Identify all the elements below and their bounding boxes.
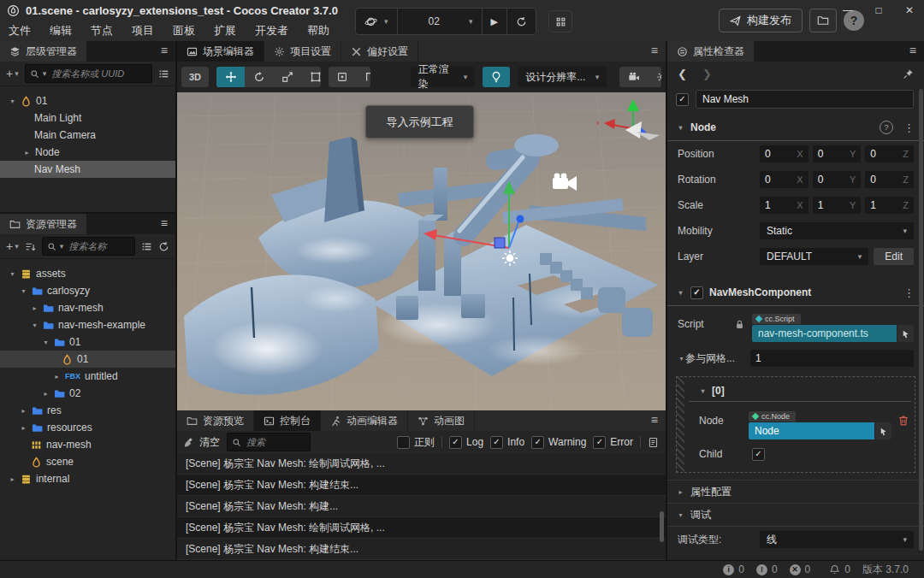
inspector-scrollbar[interactable] (919, 89, 923, 551)
console-scrollbar[interactable] (660, 511, 664, 542)
chevron-down-icon[interactable]: ▾ (20, 287, 27, 295)
asset-row-nav-mesh-folder[interactable]: ▸ nav-mesh (0, 299, 175, 316)
menu-edit[interactable]: 编辑 (50, 23, 72, 38)
menu-help[interactable]: 帮助 (307, 23, 329, 38)
console-search-input[interactable] (245, 436, 305, 448)
asset-row-internal[interactable]: ▸ internal (0, 470, 175, 487)
coordinate-mode-button[interactable] (357, 67, 370, 87)
add-asset-button[interactable]: +▾ (6, 239, 19, 253)
node-active-checkbox[interactable]: ✓ (676, 93, 689, 106)
menu-file[interactable]: 文件 (9, 23, 31, 38)
asset-row-carlosyzy[interactable]: ▾ carlosyzy (0, 282, 175, 299)
tab-project-settings[interactable]: 项目设置 (264, 41, 341, 62)
regex-filter[interactable]: 正则 (397, 435, 435, 450)
sort-assets-button[interactable] (25, 241, 36, 252)
build-publish-button[interactable]: 构建发布 (719, 9, 803, 32)
drag-handle[interactable] (677, 377, 684, 472)
filter-info[interactable]: ✓Info (490, 436, 524, 449)
rotation-x-field[interactable]: 0X (760, 171, 808, 188)
design-resolution-select[interactable]: 设计分辨率... ▾ (518, 67, 607, 87)
chevron-right-icon[interactable]: ▸ (20, 407, 27, 415)
hierarchy-search[interactable]: ▾ (25, 64, 152, 83)
tab-console[interactable]: 控制台 (254, 410, 321, 431)
console-search[interactable] (227, 433, 311, 451)
tab-inspector[interactable]: 属性检查器 (667, 41, 755, 62)
script-asset-field[interactable]: nav-mesh-component.ts (752, 325, 897, 342)
layer-edit-button[interactable]: Edit (874, 248, 914, 265)
chevron-down-icon[interactable]: ▾ (31, 321, 38, 329)
scale-x-field[interactable]: 1X (760, 197, 808, 214)
debug-type-select[interactable]: 线 ▾ (760, 531, 914, 548)
open-project-folder-button[interactable] (809, 9, 837, 32)
node-menu-icon[interactable]: ⋮ (903, 121, 915, 134)
error-checkbox[interactable]: ✓ (593, 436, 606, 449)
help-circle-icon[interactable]: ? (880, 121, 893, 134)
regex-checkbox[interactable] (397, 436, 410, 449)
asset-row-01-scene-selected[interactable]: 01 (0, 351, 175, 368)
render-mode-select[interactable]: 正常渲染 ▾ (411, 67, 476, 87)
tree-node-scene[interactable]: ▾ 01 (0, 92, 175, 109)
tab-animation-editor[interactable]: 动画编辑器 (321, 410, 408, 431)
asset-row-nav-mesh-data[interactable]: nav-mesh (0, 436, 175, 453)
position-y-field[interactable]: 0Y (813, 145, 862, 162)
position-z-field[interactable]: 0Z (865, 145, 914, 162)
log-entry[interactable]: [Scene] 杨宗宝 Nav Mesh: 绘制调试网格, ... (177, 453, 666, 475)
assets-list-view-button[interactable] (141, 241, 152, 252)
scene-viewport[interactable]: x 导入示例工程 (177, 92, 666, 410)
navmesh-component-header[interactable]: ▾ ✓ NavMeshComponent ⋮ (667, 280, 924, 305)
assets-refresh-button[interactable] (158, 241, 169, 252)
log-entry[interactable]: [Scene] 杨宗宝 Nav Mesh: 构建... (177, 496, 666, 517)
tab-animation-graph[interactable]: 动画图 (408, 410, 475, 431)
node-name-input[interactable] (696, 90, 914, 109)
asset-row-res[interactable]: ▸ res (0, 402, 175, 419)
hierarchy-search-input[interactable] (50, 68, 147, 80)
filter-warning[interactable]: ✓Warning (531, 436, 586, 449)
menu-project[interactable]: 项目 (132, 23, 154, 38)
chevron-right-icon[interactable]: ▸ (677, 488, 684, 496)
inspector-menu-icon[interactable]: ≡ (909, 44, 916, 57)
menu-developer[interactable]: 开发者 (255, 23, 288, 38)
assets-search-input[interactable] (67, 240, 130, 252)
scene-light-toggle-button[interactable] (483, 67, 510, 87)
tab-asset-preview[interactable]: 资源预览 (177, 410, 254, 431)
debug-section[interactable]: ▾ 调试 (667, 504, 924, 526)
status-info[interactable]: i 0 (723, 563, 744, 575)
preview-platform-button[interactable]: ▾ (356, 9, 398, 34)
status-warning[interactable]: ! 0 (756, 563, 778, 575)
component-menu-icon[interactable]: ⋮ (903, 286, 915, 299)
scale-y-field[interactable]: 1Y (813, 197, 862, 214)
tree-node-node[interactable]: ▸ Node (0, 144, 175, 161)
console-tabs-menu-icon[interactable]: ≡ (651, 413, 658, 427)
log-entry[interactable]: [Scene] 杨宗宝 Nav Mesh: 绘制调试网格, ... (177, 517, 666, 539)
clear-console-button[interactable]: 清空 (184, 435, 220, 450)
tree-node-main-camera[interactable]: Main Camera (0, 127, 175, 144)
chevron-right-icon[interactable]: ▸ (20, 424, 27, 432)
hierarchy-menu-icon[interactable]: ≡ (161, 44, 168, 57)
chevron-down-icon[interactable]: ▾ (677, 289, 684, 297)
tab-scene-editor[interactable]: 场景编辑器 (177, 41, 264, 62)
mesh-array-size-field[interactable]: 1 (750, 350, 914, 367)
scene-camera-button[interactable] (619, 67, 648, 87)
maximize-button[interactable]: □ (869, 4, 888, 16)
launch-scene-select[interactable]: 02 ▾ (398, 9, 483, 34)
scene-tabs-menu-icon[interactable]: ≡ (651, 44, 658, 57)
log-checkbox[interactable]: ✓ (449, 436, 462, 449)
tab-hierarchy[interactable]: 层级管理器 (0, 41, 88, 62)
mobility-select[interactable]: Static ▾ (760, 222, 914, 239)
element-node-field[interactable]: Node (749, 422, 874, 439)
asset-row-nav-mesh-example[interactable]: ▾ nav-mesh-example (0, 316, 175, 333)
chevron-down-icon[interactable]: ▾ (9, 270, 16, 278)
preview-qr-button[interactable] (548, 10, 572, 32)
log-entry[interactable]: [Scene] 杨宗宝 Nav Mesh: 构建结束... (177, 475, 666, 496)
history-forward-button[interactable]: ❯ (702, 68, 712, 80)
reload-button[interactable] (507, 9, 536, 34)
chevron-down-icon[interactable]: ▾ (678, 355, 685, 363)
asset-row-untitled-fbx[interactable]: ▸ FBX untitled (0, 368, 175, 385)
chevron-down-icon[interactable]: ▾ (677, 124, 684, 132)
chevron-right-icon[interactable]: ▸ (42, 390, 50, 398)
scene-settings-button[interactable] (648, 67, 661, 87)
status-notifications[interactable]: 0 (829, 563, 850, 575)
info-checkbox[interactable]: ✓ (490, 436, 503, 449)
status-error[interactable]: ✕ 0 (790, 563, 811, 575)
menu-node[interactable]: 节点 (91, 23, 113, 38)
